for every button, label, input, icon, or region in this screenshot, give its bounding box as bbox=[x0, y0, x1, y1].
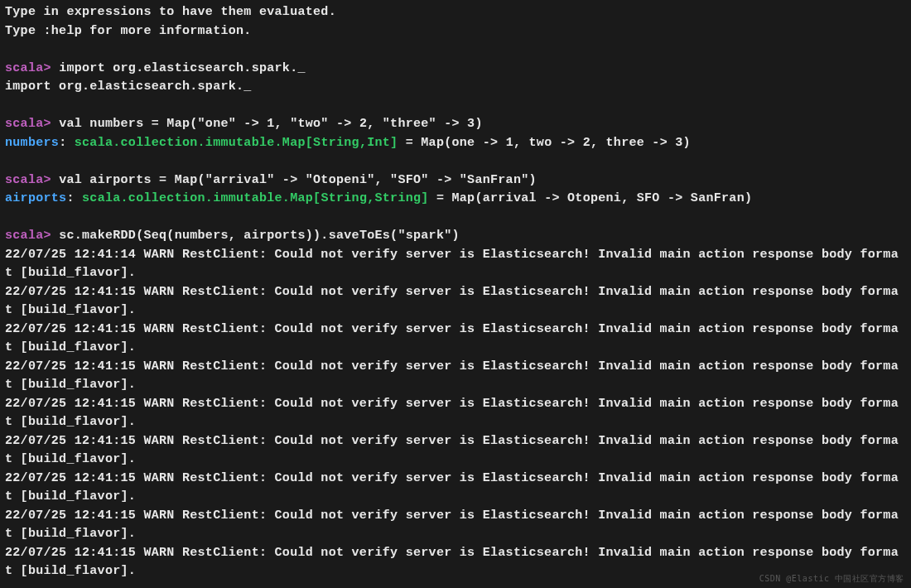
warn-line: 22/07/25 12:41:15 WARN RestClient: Could… bbox=[5, 397, 899, 430]
warn-line: 22/07/25 12:41:15 WARN RestClient: Could… bbox=[5, 508, 899, 542]
result-var-numbers: numbers bbox=[5, 136, 59, 150]
repl-prompt: scala> bbox=[5, 117, 51, 131]
result-type-numbers: scala.collection.immutable.Map[String,In… bbox=[75, 136, 398, 150]
intro-line-1: Type in expressions to have them evaluat… bbox=[5, 5, 336, 19]
terminal-output[interactable]: Type in expressions to have them evaluat… bbox=[0, 0, 911, 585]
repl-prompt: scala> bbox=[5, 61, 51, 75]
repl-prompt: scala> bbox=[5, 229, 51, 243]
result-value-numbers: = Map(one -> 1, two -> 2, three -> 3) bbox=[398, 136, 690, 150]
intro-line-2: Type :help for more information. bbox=[5, 24, 252, 38]
result-colon: : bbox=[59, 136, 75, 150]
warn-line: 22/07/25 12:41:15 WARN RestClient: Could… bbox=[5, 359, 899, 393]
warn-line: 22/07/25 12:41:15 WARN RestClient: Could… bbox=[5, 471, 899, 504]
result-var-airports: airports bbox=[5, 191, 66, 205]
result-value-airports: = Map(arrival -> Otopeni, SFO -> SanFran… bbox=[429, 191, 753, 205]
warn-line: 22/07/25 12:41:15 WARN RestClient: Could… bbox=[5, 285, 899, 318]
result-type-airports: scala.collection.immutable.Map[String,St… bbox=[82, 191, 429, 205]
warn-line: 22/07/25 12:41:15 WARN RestClient: Could… bbox=[5, 434, 899, 467]
warn-line: 22/07/25 12:41:15 WARN RestClient: Could… bbox=[5, 322, 899, 355]
repl-input-2: val numbers = Map("one" -> 1, "two" -> 2… bbox=[59, 117, 483, 131]
repl-echo-1: import org.elasticsearch.spark._ bbox=[5, 80, 252, 94]
repl-input-1: import org.elasticsearch.spark._ bbox=[59, 61, 306, 75]
result-colon: : bbox=[66, 191, 82, 205]
watermark-text: CSDN @Elastic 中国社区官方博客 bbox=[759, 573, 904, 585]
repl-input-4: sc.makeRDD(Seq(numbers, airports)).saveT… bbox=[59, 229, 460, 243]
warn-line: 22/07/25 12:41:14 WARN RestClient: Could… bbox=[5, 248, 899, 281]
repl-prompt: scala> bbox=[5, 173, 51, 187]
repl-input-3: val airports = Map("arrival" -> "Otopeni… bbox=[59, 173, 537, 187]
